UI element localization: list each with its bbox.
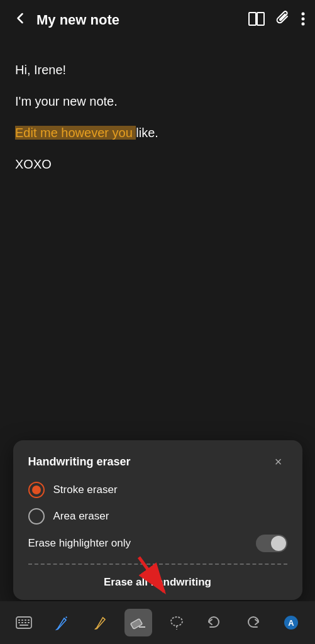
stroke-eraser-dot [32,486,41,494]
svg-rect-10 [25,619,26,621]
svg-point-2 [302,12,305,15]
stroke-eraser-radio[interactable] [28,482,45,498]
area-eraser-option[interactable]: Area eraser [28,508,287,525]
svg-text:A: A [288,618,294,628]
svg-rect-11 [28,619,30,621]
popup-close-button[interactable]: × [270,453,287,470]
svg-point-4 [302,22,305,25]
erase-highlighter-toggle[interactable] [256,535,287,552]
highlighted-text: Edit me however you [15,126,136,140]
redo-button[interactable] [239,609,267,636]
more-options-icon[interactable] [301,11,305,30]
paperclip-icon[interactable] [276,11,290,30]
eraser-button[interactable] [124,609,152,636]
svg-rect-1 [257,13,264,25]
svg-point-19 [171,617,182,626]
note-line-2: I'm your new note. [15,91,300,112]
svg-rect-16 [19,625,28,626]
pen-button[interactable] [48,609,76,636]
header-icons [248,11,305,30]
svg-rect-0 [249,13,256,25]
lasso-button[interactable] [163,609,191,636]
header-left: My new note [10,8,248,32]
normal-text: like. [136,126,158,140]
note-line-4: XOXO [15,153,300,175]
keyboard-button[interactable] [10,609,38,636]
svg-rect-12 [18,622,20,623]
svg-rect-13 [21,622,23,623]
note-content: Hi, Irene! I'm your new note. Edit me ho… [0,40,315,190]
toggle-knob [271,536,286,551]
area-eraser-label: Area eraser [53,510,109,523]
app-header: My new note [0,0,315,40]
pencil-button[interactable] [87,609,114,636]
samsung-s-button[interactable]: A [277,609,305,636]
back-button[interactable] [10,8,30,32]
svg-rect-8 [18,619,20,621]
svg-rect-14 [25,622,26,623]
popup-title: Handwriting eraser [28,455,131,469]
erase-all-button[interactable]: Erase all handwriting [28,565,287,600]
handwriting-eraser-popup: Handwriting eraser × Stroke eraser Area … [13,440,302,600]
svg-point-3 [302,17,305,20]
note-line-1: Hi, Irene! [15,59,300,80]
stroke-eraser-option[interactable]: Stroke eraser [28,482,287,498]
erase-highlighter-row: Erase highlighter only [28,535,287,552]
popup-header: Handwriting eraser × [28,453,287,470]
book-icon[interactable] [248,12,265,29]
erase-highlighter-label: Erase highlighter only [28,537,131,550]
page-title: My new note [36,12,119,28]
area-eraser-radio[interactable] [28,508,45,525]
undo-button[interactable] [201,609,228,636]
stroke-eraser-label: Stroke eraser [53,484,118,496]
bottom-toolbar: A [0,601,315,644]
svg-rect-15 [28,622,30,623]
note-line-3: Edit me however you like. [15,122,300,143]
svg-rect-9 [21,619,23,621]
